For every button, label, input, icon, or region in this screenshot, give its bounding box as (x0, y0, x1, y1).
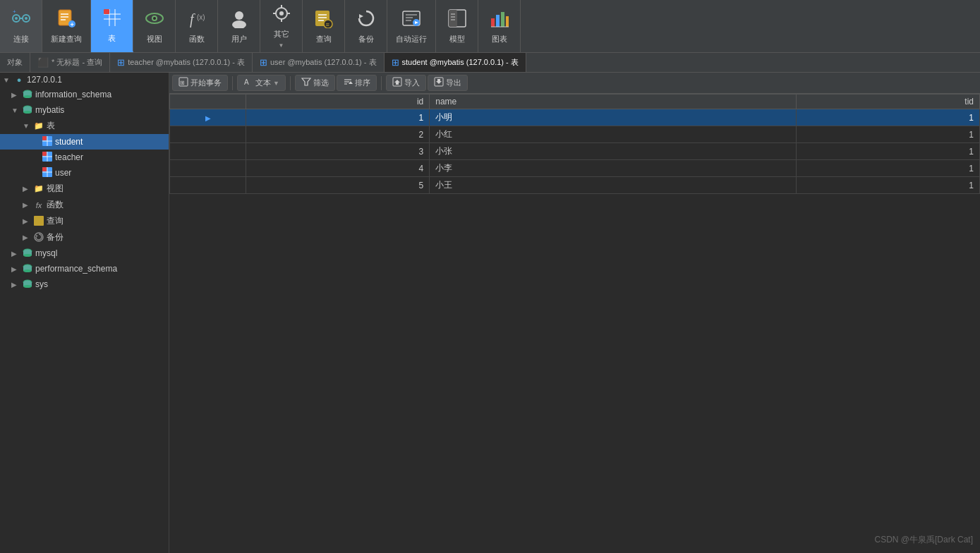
table-row[interactable]: 2小红1 (170, 126, 980, 143)
sidebar-connection[interactable]: ▼ ● 127.0.0.1 (0, 73, 169, 87)
sidebar-item-mybatis[interactable]: ▼ mybatis (0, 102, 169, 118)
header-tid[interactable]: tid (797, 95, 980, 109)
cell-tid[interactable]: 1 (797, 143, 980, 160)
cell-tid[interactable]: 1 (797, 160, 980, 177)
svg-text:≡: ≡ (325, 20, 329, 28)
cell-tid[interactable]: 1 (797, 109, 980, 126)
perf-schema-icon (22, 263, 33, 274)
toolbar-connect[interactable]: + 连接 (0, 0, 42, 52)
toolbar-new-query[interactable]: + 新建查询 (42, 0, 91, 52)
table-row[interactable]: 3小张1 (170, 143, 980, 160)
toolbar-other[interactable]: 其它 ▼ (260, 0, 303, 52)
sidebar-table-user[interactable]: user (0, 165, 169, 181)
export-icon (434, 77, 444, 89)
sidebar-table-student[interactable]: student (0, 134, 169, 150)
func-folder-icon: fx (33, 201, 44, 209)
sidebar-item-performance-schema[interactable]: ▶ performance_schema (0, 261, 169, 276)
cell-tid[interactable]: 1 (797, 126, 980, 143)
action-sep-2 (290, 76, 291, 90)
content: ⊞ 开始事务 A 文本 ▼ 筛选 (169, 73, 980, 553)
cell-name[interactable]: 小张 (430, 143, 797, 160)
cell-id[interactable]: 4 (246, 160, 430, 177)
toolbar-function[interactable]: f (x) 函数 (176, 0, 218, 52)
tab-student-label: student @mybatis (127.0.0.1) - 表 (402, 57, 519, 68)
tab-untitled-query[interactable]: ⬛ * 无标题 - 查询 (30, 53, 110, 72)
cell-id[interactable]: 3 (246, 143, 430, 160)
text-dropdown-icon: ▼ (273, 80, 279, 87)
sidebar-folder-table[interactable]: ▼ 📁 表 (0, 118, 169, 134)
text-button[interactable]: A 文本 ▼ (237, 75, 286, 91)
svg-text:A: A (244, 78, 249, 86)
sidebar-item-sys[interactable]: ▶ sys (0, 276, 169, 292)
table-row[interactable]: 5小王1 (170, 177, 980, 194)
cell-name[interactable]: 小红 (430, 126, 797, 143)
backup-folder-icon (33, 232, 44, 243)
user-tab-icon: ⊞ (260, 57, 267, 68)
header-name[interactable]: name (430, 95, 797, 109)
toolbar-table[interactable]: 表 (91, 0, 133, 52)
toolbar-view[interactable]: 视图 (133, 0, 176, 52)
row-indicator (170, 160, 246, 177)
filter-button[interactable]: 筛选 (295, 75, 335, 91)
cell-tid[interactable]: 1 (797, 177, 980, 194)
row-indicator (170, 177, 246, 194)
backup-label: 备份 (358, 34, 374, 44)
tab-student-table[interactable]: ⊞ student @mybatis (127.0.0.1) - 表 (385, 53, 526, 72)
sidebar-item-information-schema[interactable]: ▶ information_schema (0, 87, 169, 102)
toolbar-chart[interactable]: 图表 (478, 0, 521, 52)
sidebar-folder-view[interactable]: ▶ 📁 视图 (0, 181, 169, 197)
sidebar-folder-backup[interactable]: ▶ 备份 (0, 229, 169, 245)
toolbar-user[interactable]: 用户 (218, 0, 260, 52)
student-icon (42, 136, 53, 147)
cell-id[interactable]: 2 (246, 126, 430, 143)
table-icon (102, 8, 122, 30)
toolbar-autorun[interactable]: 自动运行 (387, 0, 436, 52)
sys-icon (22, 279, 33, 290)
text-label: 文本 (255, 78, 271, 88)
sidebar-folder-query[interactable]: ▶ 查询 (0, 213, 169, 229)
sidebar-item-mysql[interactable]: ▶ mysql (0, 245, 169, 261)
begin-transaction-button[interactable]: ⊞ 开始事务 (172, 75, 228, 91)
chart-icon (490, 8, 509, 31)
toolbar-query[interactable]: ≡ 查询 (303, 0, 345, 52)
cell-id[interactable]: 5 (246, 177, 430, 194)
svg-rect-51 (501, 12, 504, 27)
cell-name[interactable]: 小李 (430, 160, 797, 177)
export-button[interactable]: 导出 (428, 75, 468, 91)
toolbar-model[interactable]: 模型 (436, 0, 478, 52)
mysql-arrow: ▶ (11, 250, 20, 257)
connection-icon: ● (13, 75, 25, 84)
filter-label: 筛选 (313, 78, 329, 88)
new-query-label: 新建查询 (51, 34, 82, 44)
autorun-icon (401, 8, 421, 31)
svg-rect-72 (34, 216, 44, 226)
connection-label: 127.0.0.1 (27, 75, 62, 85)
tab-teacher-table[interactable]: ⊞ teacher @mybatis (127.0.0.1) - 表 (110, 53, 253, 72)
cell-name[interactable]: 小王 (430, 177, 797, 194)
view-folder-arrow: ▶ (23, 185, 31, 193)
import-icon (392, 77, 402, 89)
cell-id[interactable]: 1 (246, 109, 430, 126)
import-button[interactable]: 导入 (386, 75, 426, 91)
svg-point-3 (15, 17, 18, 20)
table-header-row: id name tid (170, 95, 980, 109)
user-icon (229, 8, 249, 31)
svg-rect-61 (42, 136, 47, 140)
sort-button[interactable]: 排序 (337, 75, 377, 91)
table-row[interactable]: 4小李1 (170, 160, 980, 177)
sidebar-table-teacher[interactable]: teacher (0, 150, 169, 165)
table-folder-arrow: ▼ (23, 122, 31, 130)
table-row[interactable]: ▶1小明1 (170, 109, 980, 126)
import-label: 导入 (404, 78, 420, 88)
tab-user-table[interactable]: ⊞ user @mybatis (127.0.0.1) - 表 (253, 53, 385, 72)
sidebar-folder-function[interactable]: ▶ fx 函数 (0, 197, 169, 213)
svg-rect-45 (449, 10, 457, 27)
svg-marker-87 (302, 78, 310, 85)
query-folder-arrow: ▶ (23, 217, 31, 225)
svg-marker-95 (436, 79, 442, 84)
cell-name[interactable]: 小明 (430, 109, 797, 126)
tab-objects[interactable]: 对象 (0, 53, 30, 72)
row-indicator (170, 143, 246, 160)
header-id[interactable]: id (246, 95, 430, 109)
toolbar-backup[interactable]: 备份 (345, 0, 387, 52)
